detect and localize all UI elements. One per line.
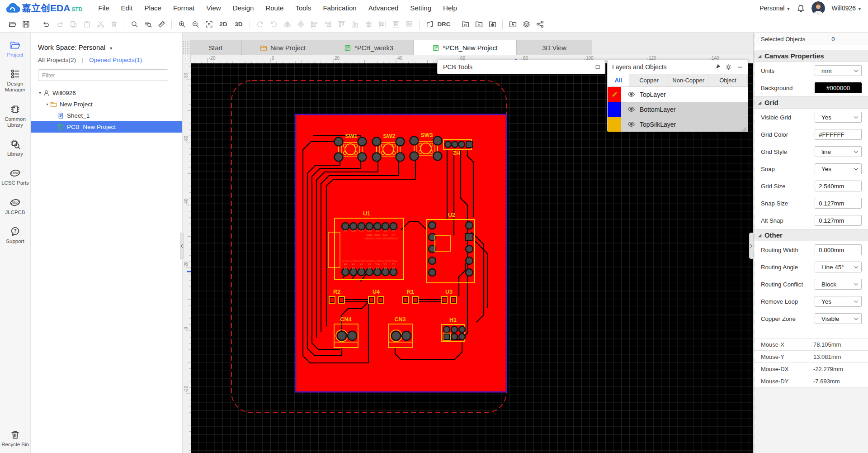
paste-button[interactable] [80,18,94,31]
delete-button[interactable] [107,18,121,31]
rotate-ccw-button[interactable] [253,18,267,31]
tree-item-new-project[interactable]: ▾New Project [31,99,182,110]
collapse-left-panel-handle[interactable] [180,233,184,259]
align-right-button[interactable] [321,18,335,31]
zoom-in-button[interactable] [175,18,189,31]
search-button[interactable] [127,18,141,31]
layer-color-swatch[interactable] [608,87,621,102]
layers-tab-object[interactable]: Object [708,74,748,86]
rotate-cw-button[interactable] [267,18,280,31]
tab-3d-view[interactable]: 3D View [517,40,592,55]
copy-button[interactable] [66,18,80,31]
units-select[interactable]: mm [815,65,862,76]
layers-and-objects-panel[interactable]: Layers and Objects AllCopperNon-CopperOb… [607,60,748,132]
collapse-right-panel-handle[interactable] [749,233,753,259]
alt-snap-field[interactable]: 0.127mm [815,215,862,226]
grid-style-select[interactable]: line [815,146,862,157]
layer-row-bottomlayer[interactable]: BottomLayer [608,102,748,117]
opened-projects-link[interactable]: Opened Projects(1) [89,57,142,63]
routing-angle-select[interactable]: Line 45° [815,262,862,272]
menu-help[interactable]: Help [437,0,463,16]
workspace-dropdown[interactable]: Personal▼ [760,5,790,12]
layer-color-swatch[interactable] [608,117,621,132]
menu-advanced[interactable]: Advanced [363,0,405,16]
tree-item-will0926[interactable]: ▾Will0926 [31,87,182,99]
grid-color-field[interactable]: #FFFFFF [815,129,862,140]
eye-icon[interactable] [627,120,635,128]
route-track-button[interactable] [423,18,436,31]
notification-bell-icon[interactable] [797,4,805,13]
restore-icon[interactable] [595,64,600,70]
sidebar-item-library[interactable]: Library [0,139,30,157]
zoom-fit-button[interactable] [202,18,216,31]
snap-size-field[interactable]: 0.127mm [815,198,862,209]
sidebar-item-recycle-bin[interactable]: Recycle Bin [0,429,30,448]
view-3d-button[interactable]: 3D [231,18,246,31]
sidebar-item-project[interactable]: Project [0,40,30,58]
distribute-horizontal-button[interactable] [375,18,389,31]
tree-item-sheet_1[interactable]: Sheet_1 [31,110,182,121]
import-folder-button[interactable] [506,18,519,31]
flip-vertical-button[interactable] [294,18,307,31]
find-similar-button[interactable] [141,18,155,31]
gear-icon[interactable] [725,64,732,71]
menu-design[interactable]: Design [227,0,260,16]
routing-width-field[interactable]: 0.800mm [815,244,862,255]
sidebar-item-common-library[interactable]: Common Library [0,104,30,128]
library-footprint-button[interactable] [486,18,499,31]
library-b-button[interactable]: B [458,18,472,31]
measure-button[interactable] [155,18,168,31]
background-field[interactable]: #000000 [815,82,862,93]
align-bottom-button[interactable] [348,18,362,31]
view-2d-button[interactable]: 2D [216,18,231,31]
pcb-tools-panel[interactable]: PCB Tools [437,60,605,74]
cut-button[interactable] [94,18,107,31]
section-header-canvas-properties[interactable]: ◢Canvas Properties [754,50,868,62]
all-projects-link[interactable]: All Projects(2) [38,57,76,63]
menu-fabrication[interactable]: Fabrication [317,0,362,16]
flip-horizontal-button[interactable] [280,18,294,31]
layers-tab-non-copper[interactable]: Non-Copper [669,74,708,86]
layers-tab-all[interactable]: All [608,74,629,86]
grid-size-field[interactable]: 2.540mm [815,181,862,191]
drc-button[interactable]: DRC [436,18,452,31]
library-g-button[interactable]: G [472,18,486,31]
sidebar-item-lcsc-parts[interactable]: LCSCLCSC Parts [0,168,30,186]
tab--pcb-new-project[interactable]: *PCB_New Project [414,40,517,55]
align-center-button[interactable] [362,18,375,31]
redo-button[interactable] [53,18,66,31]
resize-handle[interactable] [742,125,747,130]
align-top-button[interactable] [335,18,348,31]
undo-button[interactable] [39,18,53,31]
layer-row-toplayer[interactable]: TopLayer [608,87,748,102]
sidebar-item-support[interactable]: ?Support [0,226,30,244]
pin-icon[interactable] [714,64,721,71]
share-button[interactable] [533,18,547,31]
menu-view[interactable]: View [200,0,226,16]
eye-icon[interactable] [627,105,635,113]
section-header-grid[interactable]: ◢Grid [754,96,868,109]
menu-place[interactable]: Place [138,0,167,16]
menu-tools[interactable]: Tools [289,0,317,16]
menu-file[interactable]: File [92,0,115,16]
menu-route[interactable]: Route [259,0,289,16]
filter-input[interactable] [38,69,168,81]
save-button[interactable] [19,18,33,31]
remove-loop-select[interactable]: Yes [815,296,862,307]
menu-setting[interactable]: Setting [404,0,437,16]
snap-select[interactable]: Yes [815,163,862,174]
routing-conflict-select[interactable]: Block [815,279,862,290]
visible-grid-select[interactable]: Yes [815,112,862,123]
tab-new-project[interactable]: New Project [242,40,324,55]
minimize-icon[interactable] [736,64,743,71]
username-dropdown[interactable]: Will0926▼ [831,5,862,12]
tab--pcb-week3[interactable]: *PCB_week3 [324,40,414,55]
copper-zone-select[interactable]: Visible [815,313,862,324]
layer-manager-button[interactable] [519,18,533,31]
sidebar-item-design-manager[interactable]: Design Manager [0,69,30,93]
align-left-button[interactable] [307,18,321,31]
tab-start[interactable]: Start [190,40,242,55]
array-button[interactable] [402,18,416,31]
distribute-vertical-button[interactable] [389,18,402,31]
layer-row-topsilklayer[interactable]: TopSilkLayer [608,117,748,132]
